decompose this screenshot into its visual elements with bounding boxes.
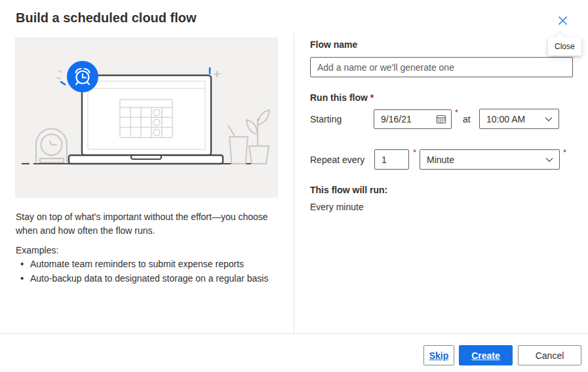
example-item: Auto-backup data to designated storage o… xyxy=(16,272,294,286)
close-tooltip: Close xyxy=(548,37,581,56)
skip-button[interactable]: Skip xyxy=(423,345,454,365)
run-this-flow-label: Run this flow * xyxy=(310,92,374,103)
tooltip-caret xyxy=(555,33,564,42)
close-tooltip-label: Close xyxy=(555,42,575,51)
flow-run-summary-label: This flow will run: xyxy=(310,185,387,195)
repeat-interval-input[interactable] xyxy=(374,149,409,170)
run-this-flow-text: Run this flow xyxy=(310,92,368,103)
cancel-button[interactable]: Cancel xyxy=(518,345,581,365)
start-time-dropdown[interactable]: 10:00 AM xyxy=(479,109,559,129)
examples-label: Examples: xyxy=(16,244,58,257)
repeat-frequency-required-asterisk: * xyxy=(563,147,566,157)
flow-run-summary-value: Every minute xyxy=(310,202,364,212)
create-button[interactable]: Create xyxy=(459,345,513,365)
glass-graphic xyxy=(228,125,248,164)
dialog-title: Build a scheduled cloud flow xyxy=(16,10,197,26)
calendar-graphic xyxy=(120,100,172,138)
start-date-input[interactable] xyxy=(374,109,452,129)
vertical-divider xyxy=(294,33,294,333)
start-time-value: 10:00 AM xyxy=(486,114,525,124)
mantel-clock-graphic xyxy=(36,129,67,162)
chevron-down-icon xyxy=(545,117,553,122)
chevron-down-icon xyxy=(545,157,553,162)
close-icon xyxy=(558,16,568,26)
required-asterisk: * xyxy=(370,92,374,103)
examples-list: Automate team reminders to submit expens… xyxy=(16,257,294,286)
start-date-required-asterisk: * xyxy=(455,107,458,117)
scheduled-flow-illustration xyxy=(15,37,278,198)
repeat-frequency-dropdown[interactable]: Minute xyxy=(420,149,560,170)
plant-graphic xyxy=(246,110,269,164)
repeat-frequency-value: Minute xyxy=(427,155,454,165)
example-item: Automate team reminders to submit expens… xyxy=(16,257,294,272)
footer-divider xyxy=(0,333,588,334)
at-label: at xyxy=(463,114,471,124)
start-date-field xyxy=(374,109,452,129)
repeat-interval-required-asterisk: * xyxy=(413,147,416,157)
scheduled-cloud-flow-dialog: Build a scheduled cloud flow Close xyxy=(0,0,588,372)
flow-description: Stay on top of what's important without … xyxy=(16,210,286,238)
close-button[interactable] xyxy=(553,12,572,29)
flow-name-label: Flow name xyxy=(310,39,357,50)
starting-label: Starting xyxy=(310,114,342,124)
alarm-clock-badge xyxy=(67,61,98,92)
flow-name-input[interactable] xyxy=(310,57,573,77)
repeat-every-label: Repeat every xyxy=(310,155,364,165)
